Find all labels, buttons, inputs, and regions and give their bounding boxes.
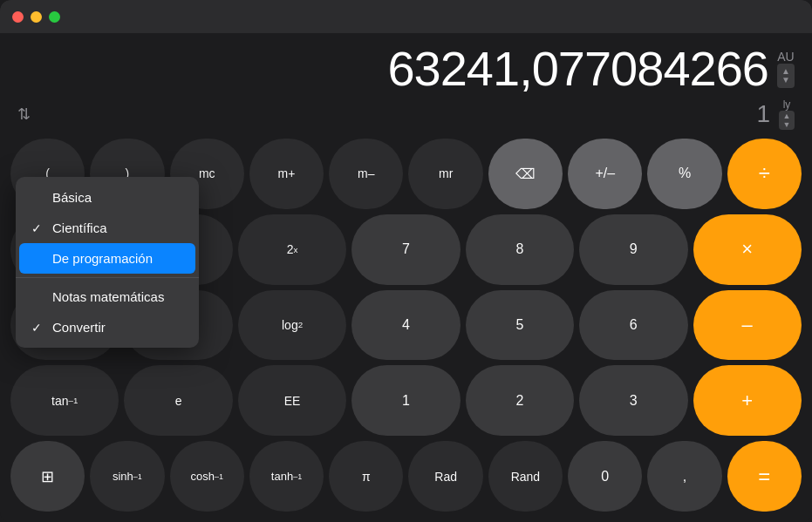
secondary-unit-selector[interactable]: ly ▲ ▼ [779, 98, 795, 130]
check-convertir: ✓ [31, 321, 45, 335]
btn-1[interactable]: 1 [351, 365, 460, 436]
maximize-button[interactable] [49, 11, 60, 23]
btn-arctan[interactable]: tan–1 [10, 365, 119, 436]
main-display: 63241,077084266 AU ▲ ▼ [17, 40, 795, 97]
btn-mr[interactable]: mr [408, 139, 482, 209]
menu-item-cientifica[interactable]: ✓ Científica [16, 213, 199, 243]
btn-7[interactable]: 7 [351, 214, 460, 285]
sort-icon[interactable]: ⇅ [17, 105, 31, 124]
main-unit-stepper[interactable]: ▲ ▼ [777, 64, 795, 88]
menu-label-programacion: De programación [52, 251, 153, 266]
btn-0[interactable]: 0 [568, 441, 642, 512]
btn-mplus[interactable]: m+ [249, 139, 324, 209]
menu-label-convertir: Convertir [52, 320, 106, 335]
menu-item-convertir[interactable]: ✓ Convertir [16, 312, 199, 342]
secondary-unit-label: ly [783, 98, 791, 111]
menu-divider [16, 277, 199, 278]
btn-minus[interactable]: – [693, 290, 802, 361]
btn-backspace[interactable]: ⌫ [488, 139, 563, 209]
btn-6[interactable]: 6 [579, 290, 687, 361]
btn-arctanh[interactable]: tanh–1 [249, 441, 324, 512]
btn-equals[interactable]: = [727, 441, 802, 512]
btn-pi[interactable]: π [329, 441, 403, 512]
button-row-5: ⊞ sinh–1 cosh–1 tanh–1 π Rad Rand 0 , = [10, 441, 802, 512]
btn-5[interactable]: 5 [466, 290, 574, 361]
btn-ee[interactable]: EE [238, 365, 346, 436]
main-unit-selector[interactable]: AU ▲ ▼ [777, 50, 795, 88]
btn-arcsinh[interactable]: sinh–1 [90, 441, 164, 512]
btn-2[interactable]: 2 [466, 365, 574, 436]
btn-2x[interactable]: 2x [238, 214, 346, 285]
menu-item-programacion[interactable]: De programación [19, 243, 195, 274]
btn-arccosh[interactable]: cosh–1 [170, 441, 244, 512]
menu-item-basica[interactable]: Básica [16, 182, 199, 213]
display-area: 63241,077084266 AU ▲ ▼ ⇅ 1 ly ▲ ▼ [0, 33, 812, 133]
minimize-button[interactable] [31, 11, 42, 23]
main-value: 63241,077084266 [387, 40, 768, 97]
btn-plus[interactable]: + [693, 365, 802, 436]
check-cientifica: ✓ [31, 221, 45, 235]
menu-label-notas: Notas matemáticas [52, 289, 164, 304]
title-bar [0, 0, 812, 33]
secondary-value: 1 [756, 100, 770, 128]
menu-item-notas[interactable]: Notas matemáticas [16, 281, 199, 312]
btn-rad[interactable]: Rad [408, 441, 482, 512]
btn-multiply[interactable]: × [693, 214, 802, 285]
btn-mminus[interactable]: m– [329, 139, 403, 209]
button-row-4: tan–1 e EE 1 2 3 + [10, 365, 802, 436]
secondary-display: ⇅ 1 ly ▲ ▼ [17, 98, 795, 130]
btn-3[interactable]: 3 [579, 365, 687, 436]
menu-label-cientifica: Científica [52, 220, 107, 235]
secondary-unit-stepper[interactable]: ▲ ▼ [779, 111, 795, 130]
btn-decimal[interactable]: , [647, 441, 721, 512]
btn-calc-icon[interactable]: ⊞ [10, 441, 85, 512]
close-button[interactable] [12, 11, 24, 23]
btn-e[interactable]: e [124, 365, 232, 436]
main-unit-label: AU [777, 50, 794, 64]
btn-4[interactable]: 4 [351, 290, 460, 361]
calculator-window: 63241,077084266 AU ▲ ▼ ⇅ 1 ly ▲ ▼ [0, 0, 812, 522]
btn-9[interactable]: 9 [579, 214, 687, 285]
calc-body: Básica ✓ Científica De programación Nota… [0, 133, 812, 522]
dropdown-menu: Básica ✓ Científica De programación Nota… [16, 177, 199, 348]
btn-plusminus[interactable]: +/– [568, 139, 642, 209]
btn-log2[interactable]: log2 [238, 290, 346, 361]
menu-label-basica: Básica [52, 190, 92, 205]
btn-divide[interactable]: ÷ [727, 139, 802, 209]
btn-rand[interactable]: Rand [488, 441, 563, 512]
btn-percent[interactable]: % [647, 139, 721, 209]
btn-8[interactable]: 8 [466, 214, 574, 285]
